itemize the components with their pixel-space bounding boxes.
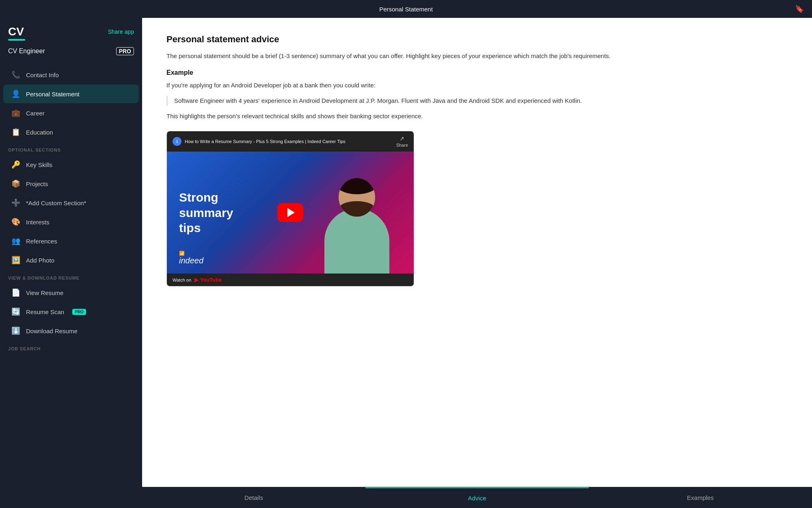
video-thumbnail[interactable]: Strongsummarytips <box>167 152 414 274</box>
cv-logo-container: CV <box>8 26 25 41</box>
sidebar-item-add-photo[interactable]: 🖼️ Add Photo <box>3 251 139 269</box>
info-icon: i <box>173 137 181 146</box>
sidebar-item-label: Add Photo <box>26 257 54 264</box>
tab-examples[interactable]: Examples <box>589 487 812 508</box>
app-name: CV Engineer <box>8 48 45 55</box>
share-app-button[interactable]: Share app <box>108 26 134 35</box>
video-overlay-text: Strongsummarytips <box>179 190 233 236</box>
share-icon: ↗ <box>400 135 404 142</box>
cv-logo-bar <box>8 39 25 41</box>
indeed-logo-container: 📶 indeed <box>179 251 203 265</box>
pro-badge-header: PRO <box>116 47 134 55</box>
sidebar-nav: 📞 Contact Info 👤 Personal Statement 💼 Ca… <box>0 62 142 357</box>
person-torso <box>324 208 389 274</box>
clipboard-icon: 📋 <box>11 128 20 137</box>
sidebar-item-label: Projects <box>26 180 48 187</box>
thumbnail-text: Strongsummarytips <box>179 190 233 236</box>
sidebar-item-key-skills[interactable]: 🔑 Key Skills <box>3 155 139 174</box>
sidebar-item-label: Personal Statement <box>26 91 80 98</box>
sidebar-item-download-resume[interactable]: ⬇️ Download Resume <box>3 321 139 340</box>
sidebar-item-label: Key Skills <box>26 161 52 168</box>
bottom-tab-bar: Details Advice Examples <box>142 487 812 508</box>
quote-text: Software Engineer with 4 years' experien… <box>174 97 582 104</box>
video-bottom: Watch on ▶ YouTube <box>167 274 414 286</box>
pro-badge-scan: PRO <box>72 309 86 315</box>
advice-quote: Software Engineer with 4 years' experien… <box>166 96 788 106</box>
sidebar-item-label: Education <box>26 129 53 136</box>
briefcase-icon: 💼 <box>11 109 20 117</box>
sidebar-item-label: Download Resume <box>26 328 78 334</box>
example-label: Example <box>166 69 788 76</box>
content-area: Personal statement advice The personal s… <box>142 18 812 508</box>
indeed-logo: indeed <box>179 256 203 265</box>
person-head <box>339 178 375 217</box>
sidebar-item-add-custom[interactable]: ➕ *Add Custom Section* <box>3 193 139 212</box>
youtube-logo: ▶ YouTube <box>194 277 222 283</box>
interests-icon: 🎨 <box>11 217 20 226</box>
people-icon: 👥 <box>11 237 20 245</box>
share-label: Share <box>396 143 408 148</box>
wifi-icon: 📶 <box>179 251 185 256</box>
advice-title: Personal statement advice <box>166 34 788 45</box>
sidebar-item-label: Career <box>26 110 45 117</box>
optional-sections-label: OPTIONAL SECTIONS <box>0 142 142 155</box>
view-download-label: VIEW & DOWNLOAD RESUME <box>0 270 142 283</box>
download-icon: ⬇️ <box>11 326 20 335</box>
sidebar: CV Share app CV Engineer PRO 📞 Contact I… <box>0 18 142 508</box>
sidebar-item-label: Interests <box>26 219 50 226</box>
tab-advice[interactable]: Advice <box>365 487 589 508</box>
top-bar: Personal Statement 🔖 <box>0 0 812 18</box>
sidebar-item-interests[interactable]: 🎨 Interests <box>3 213 139 231</box>
key-icon: 🔑 <box>11 160 20 169</box>
sidebar-item-projects[interactable]: 📦 Projects <box>3 174 139 193</box>
document-icon: 🔖 <box>795 4 804 13</box>
tab-details[interactable]: Details <box>142 487 365 508</box>
play-button[interactable] <box>277 203 303 222</box>
top-bar-title: Personal Statement <box>379 6 433 13</box>
sidebar-header: CV Share app <box>0 18 142 45</box>
cv-logo: CV <box>8 26 25 37</box>
sidebar-item-view-resume[interactable]: 📄 View Resume <box>3 283 139 302</box>
box-icon: 📦 <box>11 179 20 188</box>
video-title: How to Write a Resume Summary - Plus 5 S… <box>185 139 346 144</box>
job-search-label: JOB SEARCH <box>0 341 142 354</box>
sidebar-item-contact-info[interactable]: 📞 Contact Info <box>3 65 139 84</box>
sidebar-item-references[interactable]: 👥 References <box>3 232 139 250</box>
person-body-container <box>312 160 402 274</box>
person-icon: 👤 <box>11 89 20 98</box>
sidebar-item-resume-scan[interactable]: 🔄 Resume Scan PRO <box>3 302 139 321</box>
sidebar-item-education[interactable]: 📋 Education <box>3 123 139 141</box>
sidebar-item-label: Contact Info <box>26 72 59 78</box>
watch-on-text: Watch on <box>173 278 191 282</box>
play-triangle-icon <box>287 208 295 217</box>
share-button[interactable]: ↗ Share <box>396 135 408 148</box>
scan-icon: 🔄 <box>11 307 20 316</box>
content-scroll: Personal statement advice The personal s… <box>142 18 812 487</box>
highlight-text: This highlights the person's relevant te… <box>166 111 788 121</box>
sidebar-item-label: References <box>26 238 57 245</box>
plus-icon: ➕ <box>11 198 20 207</box>
document-icon: 📄 <box>11 288 20 297</box>
phone-icon: 📞 <box>11 70 20 79</box>
video-topbar-left: i How to Write a Resume Summary - Plus 5… <box>173 137 346 146</box>
sidebar-item-career[interactable]: 💼 Career <box>3 104 139 122</box>
sidebar-item-label: Resume Scan <box>26 308 64 315</box>
cv-engineer-row: CV Engineer PRO <box>0 45 142 62</box>
photo-icon: 🖼️ <box>11 256 20 265</box>
sidebar-item-label: View Resume <box>26 289 63 296</box>
example-text: If you're applying for an Android Develo… <box>166 80 788 90</box>
advice-body: The personal statement should be a brief… <box>166 51 788 61</box>
video-topbar: i How to Write a Resume Summary - Plus 5… <box>167 131 414 152</box>
main-layout: CV Share app CV Engineer PRO 📞 Contact I… <box>0 18 812 508</box>
video-container[interactable]: i How to Write a Resume Summary - Plus 5… <box>166 131 414 287</box>
sidebar-item-label: *Add Custom Section* <box>26 200 86 206</box>
sidebar-item-personal-statement[interactable]: 👤 Personal Statement <box>3 85 139 103</box>
